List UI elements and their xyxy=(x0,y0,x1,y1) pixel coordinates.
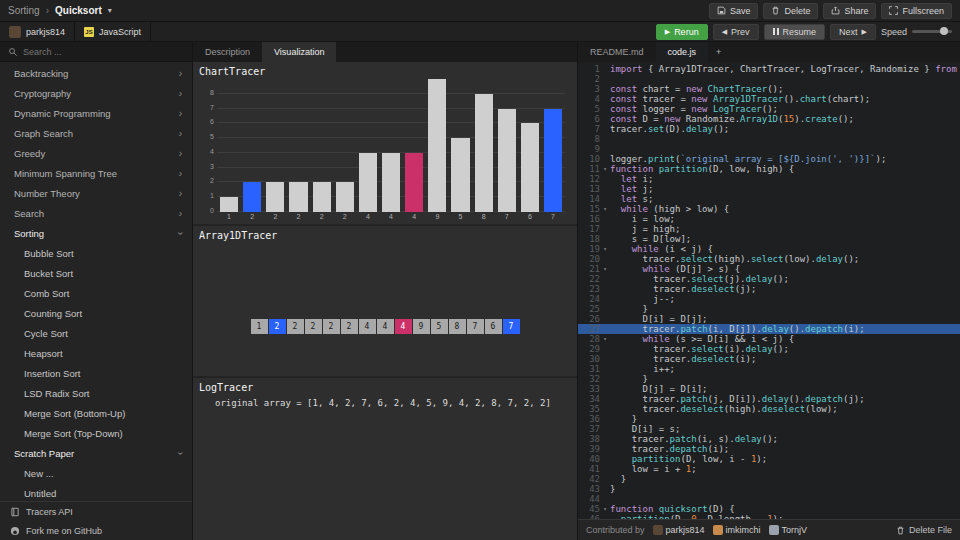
language-tab[interactable]: JS JavaScript xyxy=(75,22,151,41)
breadcrumb-current[interactable]: Quicksort xyxy=(55,5,102,16)
x-tick-label: 9 xyxy=(428,213,446,220)
sidebar-footer: Tracers API Fork me on GitHub xyxy=(0,501,192,540)
line-number: 4 xyxy=(578,94,600,104)
delete-file-label: Delete File xyxy=(909,525,952,535)
code-line: 4const tracer = new Array1DTracer().char… xyxy=(578,94,960,104)
speed-slider[interactable] xyxy=(912,30,952,33)
code-line: 31 i++; xyxy=(578,364,960,374)
gutter-space xyxy=(600,354,610,364)
chart-bar xyxy=(243,182,261,212)
tracers-api-link[interactable]: Tracers API xyxy=(0,502,192,521)
prev-button[interactable]: ◀ Prev xyxy=(713,24,759,40)
sidebar-subitem-cycle-sort[interactable]: Cycle Sort xyxy=(0,323,192,343)
fold-icon[interactable]: ▾ xyxy=(600,244,610,254)
sidebar-subitem-new[interactable]: New ... xyxy=(0,463,192,483)
code-text: import { Array1DTracer, ChartTracer, Log… xyxy=(610,64,960,74)
code-line: 45▾function quicksort(D) { xyxy=(578,504,960,514)
delete-button[interactable]: Delete xyxy=(763,3,818,19)
code-line: 36 } xyxy=(578,414,960,424)
line-number: 5 xyxy=(578,104,600,114)
code-text: const tracer = new Array1DTracer().chart… xyxy=(610,94,870,104)
github-link[interactable]: Fork me on GitHub xyxy=(0,521,192,540)
gutter-space xyxy=(600,394,610,404)
line-number: 11 xyxy=(578,164,600,174)
gutter-space xyxy=(600,444,610,454)
rerun-button[interactable]: ▶ Rerun xyxy=(656,24,708,40)
play-icon: ▶ xyxy=(665,28,670,35)
x-tick-label: 7 xyxy=(544,213,562,220)
avatar xyxy=(653,525,663,535)
tab-readme[interactable]: README.md xyxy=(578,42,656,62)
slider-thumb[interactable] xyxy=(940,27,948,35)
code-text: low = i + 1; xyxy=(610,464,697,474)
line-number: 40 xyxy=(578,454,600,464)
breadcrumb-category[interactable]: Sorting xyxy=(8,5,40,16)
line-number: 43 xyxy=(578,484,600,494)
code-area[interactable]: 1import { Array1DTracer, ChartTracer, Lo… xyxy=(578,62,960,519)
sidebar-subitem-merge-sort-top-down[interactable]: Merge Sort (Top-Down) xyxy=(0,423,192,443)
sidebar-subitem-bubble-sort[interactable]: Bubble Sort xyxy=(0,243,192,263)
tab-description[interactable]: Description xyxy=(193,42,262,62)
x-tick-label: 8 xyxy=(475,213,493,220)
sidebar-item-backtracking[interactable]: Backtracking› xyxy=(0,63,192,83)
x-tick-label: 4 xyxy=(359,213,377,220)
chevron-right-icon: › xyxy=(46,5,49,16)
share-button[interactable]: Share xyxy=(823,3,876,19)
fold-icon[interactable]: ▾ xyxy=(600,334,610,344)
fold-icon[interactable]: ▾ xyxy=(600,264,610,274)
speed-label: Speed xyxy=(881,27,907,37)
avatar xyxy=(713,525,723,535)
sidebar-item-sorting[interactable]: Sorting› xyxy=(0,223,192,243)
line-number: 38 xyxy=(578,434,600,444)
code-line: 11▾function partition(D, low, high) { xyxy=(578,164,960,174)
x-tick-label: 2 xyxy=(266,213,284,220)
sidebar-subitem-untitled[interactable]: Untitled xyxy=(0,483,192,501)
sidebar-item-scratch-paper[interactable]: Scratch Paper› xyxy=(0,443,192,463)
code-text: j--; xyxy=(610,294,675,304)
code-line: 14 let s; xyxy=(578,194,960,204)
sidebar-item-search[interactable]: Search› xyxy=(0,203,192,223)
fullscreen-icon xyxy=(889,6,898,15)
log-tracer-title: LogTracer xyxy=(199,382,571,393)
sidebar-subitem-heapsort[interactable]: Heapsort xyxy=(0,343,192,363)
search-input[interactable] xyxy=(23,47,184,57)
tab-code-js[interactable]: code.js xyxy=(656,42,709,62)
gutter-space xyxy=(600,294,610,304)
gutter-space xyxy=(600,474,610,484)
contributor-tornjv[interactable]: TornjV xyxy=(769,525,808,535)
code-lines: 1import { Array1DTracer, ChartTracer, Lo… xyxy=(578,64,960,519)
new-tab-button[interactable]: + xyxy=(708,42,729,62)
sidebar-item-number-theory[interactable]: Number Theory› xyxy=(0,183,192,203)
fold-icon[interactable]: ▾ xyxy=(600,504,610,514)
sidebar-subitem-counting-sort[interactable]: Counting Sort xyxy=(0,303,192,323)
contributor-imkimchi[interactable]: imkimchi xyxy=(713,525,761,535)
save-button[interactable]: Save xyxy=(709,3,759,19)
sidebar-item-dynamic-programming[interactable]: Dynamic Programming› xyxy=(0,103,192,123)
resume-button[interactable]: Resume xyxy=(764,24,826,40)
line-number: 15 xyxy=(578,204,600,214)
sidebar-item-cryptography[interactable]: Cryptography› xyxy=(0,83,192,103)
fullscreen-label: Fullscreen xyxy=(902,6,944,16)
line-number: 44 xyxy=(578,494,600,504)
fullscreen-button[interactable]: Fullscreen xyxy=(881,3,952,19)
sidebar-item-minimum-spanning-tree[interactable]: Minimum Spanning Tree› xyxy=(0,163,192,183)
sidebar-subitem-lsd-radix-sort[interactable]: LSD Radix Sort xyxy=(0,383,192,403)
sidebar-subitem-comb-sort[interactable]: Comb Sort xyxy=(0,283,192,303)
tab-visualization[interactable]: Visualization xyxy=(262,42,336,62)
sidebar-subitem-insertion-sort[interactable]: Insertion Sort xyxy=(0,363,192,383)
sidebar-item-greedy[interactable]: Greedy› xyxy=(0,143,192,163)
delete-file-button[interactable]: Delete File xyxy=(896,525,952,535)
fold-icon[interactable]: ▾ xyxy=(600,164,610,174)
sidebar-subitem-bucket-sort[interactable]: Bucket Sort xyxy=(0,263,192,283)
line-number: 22 xyxy=(578,274,600,284)
contributor-parkjs814[interactable]: parkjs814 xyxy=(653,525,705,535)
fold-icon[interactable]: ▾ xyxy=(600,204,610,214)
gutter-space xyxy=(600,274,610,284)
code-line: 42 } xyxy=(578,474,960,484)
user-tab[interactable]: parkjs814 xyxy=(0,22,75,41)
code-text: function partition(D, low, high) { xyxy=(610,164,794,174)
code-line: 33 D[j] = D[i]; xyxy=(578,384,960,394)
sidebar-subitem-merge-sort-bottom-up[interactable]: Merge Sort (Bottom-Up) xyxy=(0,403,192,423)
sidebar-item-graph-search[interactable]: Graph Search› xyxy=(0,123,192,143)
next-button[interactable]: Next ▶ xyxy=(830,24,876,40)
